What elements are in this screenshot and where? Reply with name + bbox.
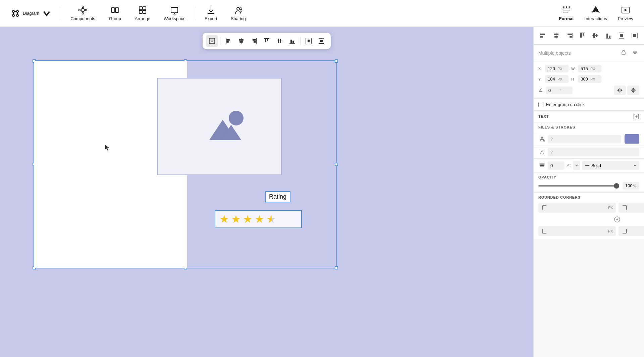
- opacity-row: 100 %: [538, 182, 639, 190]
- y-value: 104: [548, 76, 556, 82]
- fill-icon: [538, 135, 546, 143]
- distribute-h-btn[interactable]: [303, 35, 315, 47]
- handle-tr[interactable]: [335, 59, 338, 63]
- corner-br-input[interactable]: [630, 229, 644, 234]
- w-input[interactable]: 515 PX: [578, 65, 601, 72]
- lock-button[interactable]: [619, 48, 628, 58]
- align-toolbar: [203, 33, 331, 49]
- svg-point-33: [569, 6, 570, 8]
- rating-label[interactable]: Rating: [265, 191, 290, 202]
- stroke-unit-dropdown[interactable]: [573, 161, 580, 170]
- svg-rect-66: [540, 34, 545, 35]
- corner-bl-input[interactable]: [550, 229, 606, 234]
- panel-align-middle-v[interactable]: [590, 30, 601, 41]
- fills-strokes-header: FILLS & STROKES: [534, 122, 644, 132]
- align-middle-btn[interactable]: [273, 35, 285, 47]
- toolbar-format[interactable]: Format: [553, 3, 579, 23]
- toolbar-arrange[interactable]: Arrange: [129, 3, 156, 23]
- svg-rect-75: [580, 33, 582, 38]
- corner-tr[interactable]: PX: [619, 203, 644, 213]
- svg-marker-97: [632, 88, 635, 90]
- svg-rect-19: [143, 7, 146, 10]
- stroke-placeholder-text: ?: [550, 150, 553, 155]
- handle-br[interactable]: [335, 266, 338, 269]
- align-left-btn[interactable]: [222, 35, 234, 47]
- toolbar-diagram-label: Diagram: [23, 11, 39, 16]
- stroke-width-input[interactable]: 0: [548, 161, 565, 170]
- toolbar-arrange-label: Arrange: [135, 16, 150, 21]
- star-3: ★: [243, 213, 253, 225]
- toolbar-sharing-label: Sharing: [231, 16, 246, 21]
- rotation-input[interactable]: 0 °: [546, 87, 573, 94]
- h-input[interactable]: 300 PX: [578, 75, 601, 83]
- toolbar-sharing[interactable]: Sharing: [225, 3, 251, 23]
- svg-marker-36: [625, 9, 627, 11]
- flip-vertical-btn[interactable]: [627, 86, 639, 95]
- handle-mr[interactable]: [335, 163, 338, 166]
- visibility-button[interactable]: [631, 48, 639, 58]
- panel-align-top[interactable]: [577, 30, 588, 41]
- toolbar-export-label: Export: [205, 16, 217, 21]
- toolbar-workspace[interactable]: Workspace: [158, 3, 191, 23]
- rounded-title: ROUNDED CORNERS: [538, 195, 639, 199]
- rotation-unit: °: [560, 88, 570, 92]
- y-input[interactable]: 104 PX: [545, 75, 569, 83]
- enter-group-checkbox[interactable]: [538, 102, 543, 107]
- svg-rect-21: [143, 10, 146, 13]
- toolbar-diagram[interactable]: Diagram: [5, 7, 57, 20]
- distribute-v-btn[interactable]: [315, 35, 327, 47]
- stars-container[interactable]: ★ ★ ★ ★ ★★: [215, 210, 302, 228]
- x-input[interactable]: 120 PX: [545, 65, 569, 72]
- image-card[interactable]: [157, 78, 282, 175]
- toolbar-group[interactable]: Group: [103, 3, 127, 23]
- toolbar-components[interactable]: Components: [65, 3, 101, 23]
- svg-point-27: [240, 8, 242, 10]
- svg-rect-73: [570, 36, 572, 38]
- svg-rect-49: [265, 39, 266, 42]
- svg-point-0: [12, 10, 14, 12]
- enter-group-label: Enter group on click: [546, 102, 585, 107]
- align-right-btn[interactable]: [248, 35, 260, 47]
- corner-tl-input[interactable]: [550, 205, 606, 210]
- panel-distribute-h[interactable]: [629, 30, 640, 41]
- panel-align-bottom[interactable]: [603, 30, 614, 41]
- align-center-h-btn[interactable]: [235, 35, 247, 47]
- svg-rect-67: [540, 36, 543, 38]
- toolbar-components-label: Components: [70, 16, 95, 21]
- stroke-style-dropdown[interactable]: Solid: [582, 161, 639, 170]
- toolbar-preview[interactable]: Preview: [612, 3, 639, 23]
- link-corners-btn[interactable]: [613, 215, 621, 223]
- canvas[interactable]: Rating ★ ★ ★ ★ ★★: [0, 27, 533, 357]
- corner-tr-input[interactable]: [630, 205, 644, 210]
- x-label: X: [538, 67, 543, 71]
- svg-rect-44: [239, 41, 243, 43]
- corner-tl[interactable]: PX: [538, 203, 616, 213]
- stroke-placeholder[interactable]: ?: [548, 148, 639, 156]
- panel-align-center-h[interactable]: [551, 30, 561, 41]
- corner-bl[interactable]: PX: [538, 226, 616, 236]
- align-top-btn[interactable]: [261, 35, 273, 47]
- svg-point-32: [566, 6, 567, 8]
- fill-placeholder[interactable]: ?: [548, 135, 621, 143]
- rounded-grid: PX PX: [538, 203, 639, 236]
- panel-align-right[interactable]: [564, 30, 575, 41]
- w-unit: PX: [590, 67, 599, 71]
- opacity-input[interactable]: 100 %: [623, 182, 639, 190]
- opacity-percent: %: [633, 184, 637, 188]
- y-label: Y: [538, 77, 543, 81]
- yh-row: Y 104 PX H 300 PX: [538, 75, 639, 83]
- text-add-btn[interactable]: [+]: [633, 113, 639, 119]
- fill-color-swatch[interactable]: [625, 134, 639, 144]
- panel-distribute-v[interactable]: [616, 30, 627, 41]
- corner-br[interactable]: PX: [619, 226, 644, 236]
- panel-align-row: [534, 27, 644, 45]
- opacity-slider[interactable]: [538, 185, 619, 187]
- align-auto-select[interactable]: [206, 35, 218, 47]
- svg-rect-43: [239, 39, 244, 41]
- toolbar-interactions[interactable]: Interactions: [579, 3, 612, 23]
- svg-rect-20: [139, 10, 142, 13]
- flip-horizontal-btn[interactable]: [614, 86, 626, 95]
- align-bottom-btn[interactable]: [286, 35, 298, 47]
- toolbar-export[interactable]: Export: [199, 3, 223, 23]
- panel-align-left[interactable]: [538, 30, 548, 41]
